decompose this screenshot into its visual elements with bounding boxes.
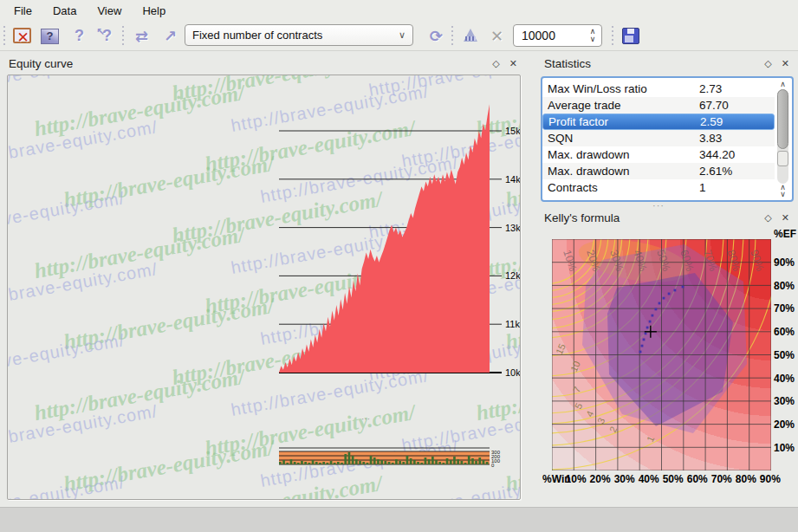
stat-row[interactable]: Contracts1 <box>542 179 775 196</box>
stat-value: 2.73 <box>699 82 722 95</box>
statistics-table: Max Win/Loss ratio2.73Average trade67.70… <box>541 76 794 202</box>
menu-help[interactable]: Help <box>132 1 176 21</box>
svg-text:7: 7 <box>571 385 582 394</box>
menu-file[interactable]: File <box>3 1 42 21</box>
save-icon[interactable] <box>619 24 642 48</box>
pyramid-icon[interactable] <box>459 24 483 48</box>
float-panel-button[interactable]: ◇ <box>492 58 499 69</box>
svg-text:14k0: 14k0 <box>505 174 520 185</box>
stat-row[interactable]: Max. drawdown344.20 <box>542 146 775 163</box>
float-panel-button[interactable]: ◇ <box>764 212 771 224</box>
svg-text:10k0: 10k0 <box>505 367 520 378</box>
kelly-ytick: 10% <box>774 442 795 454</box>
stat-row[interactable]: Average trade67.70 <box>542 97 775 114</box>
close-panel-button[interactable]: ✕ <box>509 58 517 69</box>
close-panel-button[interactable]: ✕ <box>782 58 789 69</box>
stat-value: 1 <box>699 181 706 194</box>
scrollbar-piece <box>777 151 788 166</box>
kelly-ytick: 70% <box>774 302 795 315</box>
kelly-bottom-axis: %Win10%20%30%40%50%60%70%80%90% <box>542 473 784 485</box>
kelly-ylabel: %EF <box>774 228 796 240</box>
close-panel-button[interactable]: ✕ <box>782 212 789 224</box>
kelly-xtick: 30% <box>614 473 635 485</box>
svg-text:4: 4 <box>584 409 595 418</box>
stat-row[interactable]: Max. drawdown2.61% <box>542 163 775 179</box>
kelly-panel-header: Kelly's formula ◇ ✕ <box>537 206 798 229</box>
stat-value: 67.70 <box>699 99 729 112</box>
kelly-ytick: 40% <box>774 373 795 385</box>
kelly-ytick: 30% <box>774 395 795 407</box>
close-equity-icon[interactable]: ✕ <box>10 24 34 48</box>
spin-down-icon[interactable]: ∨ <box>590 36 596 43</box>
toolbar: Fixed number of contracts ∨ 10000 ∧ ∨ ✕?… <box>0 22 798 51</box>
panel-title: Equity curve <box>2 57 73 70</box>
svg-text:11k0: 11k0 <box>505 319 520 329</box>
float-panel-button[interactable]: ◇ <box>764 58 771 69</box>
position-sizing-value: Fixed number of contracts <box>192 29 322 42</box>
statistics-panel-header: Statistics ◇ ✕ <box>537 52 798 75</box>
statusbar <box>0 507 798 532</box>
kelly-xtick: 10% <box>566 473 587 485</box>
stat-label: Max. drawdown <box>542 165 630 178</box>
equity-chart: 10k011k012k013k014k015k03002001000··· <box>8 75 520 499</box>
scroll-down-icon[interactable]: ∨ <box>780 191 786 198</box>
scrollbar-thumb[interactable] <box>777 89 788 149</box>
svg-text:5: 5 <box>573 401 584 411</box>
kelly-xtick: 70% <box>711 473 732 485</box>
help-icon[interactable]: ? <box>68 24 91 48</box>
equity-curve-panel: Equity curve ◇ ✕ http://brave-equity.com… <box>2 52 526 505</box>
kelly-xtick: 90% <box>760 473 781 485</box>
kelly-xtick: 40% <box>639 473 659 485</box>
kelly-ytick: 80% <box>774 280 795 292</box>
menubar: FileDataViewHelp <box>0 0 798 22</box>
position-sizing-select[interactable]: Fixed number of contracts ∨ <box>185 24 413 46</box>
refresh-icon[interactable]: ⟳ <box>425 24 448 48</box>
swap-arrows-icon[interactable]: ⇄ <box>130 24 153 48</box>
equity-chart-area: http://brave-equity.com/http://brave-equ… <box>7 75 521 500</box>
stat-row[interactable]: SQN3.83 <box>542 130 775 146</box>
svg-text:2: 2 <box>607 425 619 434</box>
kelly-xtick: 60% <box>687 473 708 485</box>
svg-text:···: ··· <box>361 414 370 424</box>
scroll-up-icon[interactable]: ∧ <box>780 80 786 88</box>
chevron-down-icon: ∨ <box>399 29 405 41</box>
whats-this-icon[interactable]: ?↖ <box>95 24 119 48</box>
kelly-ytick: 60% <box>774 326 795 338</box>
svg-text:10%: 10% <box>561 249 579 273</box>
panel-title: Statistics <box>537 57 591 70</box>
toolbar-separator <box>612 26 613 47</box>
kelly-heatmap: 10%20%30%40%50%60%70%80%90%1510754321 <box>552 239 771 470</box>
kelly-xtick: 50% <box>663 473 684 485</box>
panel-title: Kelly's formula <box>537 211 620 224</box>
chart-help-icon[interactable]: ? <box>38 24 62 48</box>
stat-label: SQN <box>542 132 573 145</box>
stat-value: 2.61% <box>699 165 732 178</box>
stat-label: Contracts <box>542 181 598 194</box>
kelly-chart: 10%20%30%40%50%60%70%80%90%1510754321 <box>552 239 771 470</box>
kelly-ytick: 90% <box>774 256 795 269</box>
stat-row[interactable]: Max Win/Loss ratio2.73 <box>542 81 775 97</box>
stat-row[interactable]: Profit factor2.59 <box>542 114 775 130</box>
iterations-value: 10000 <box>514 29 584 42</box>
svg-text:13k0: 13k0 <box>505 223 520 233</box>
stat-value: 3.83 <box>699 132 722 145</box>
scrollbar-track[interactable] <box>777 89 788 184</box>
toolbar-separator <box>3 26 5 47</box>
iterations-spinbox[interactable]: 10000 ∧ ∨ <box>513 24 602 47</box>
menu-data[interactable]: Data <box>42 1 87 21</box>
menu-view[interactable]: View <box>87 1 132 21</box>
statistics-scrollbar[interactable]: ∧ ∧ ∨ <box>776 80 789 198</box>
statistics-panel: Statistics ◇ ✕ Max Win/Loss ratio2.73Ave… <box>537 52 798 204</box>
kelly-ytick: 50% <box>774 349 795 361</box>
clear-icon[interactable]: ✕ <box>485 24 509 48</box>
stat-label: Average trade <box>542 99 621 112</box>
stat-label: Max. drawdown <box>542 148 630 161</box>
up-right-arrow-icon[interactable]: ↗ <box>159 24 182 48</box>
stat-value: 344.20 <box>699 148 735 161</box>
equity-area <box>279 104 490 373</box>
svg-text:12k0: 12k0 <box>505 270 520 281</box>
kelly-ytick: 20% <box>774 418 795 431</box>
stat-label: Max Win/Loss ratio <box>542 82 647 95</box>
svg-text:90%: 90% <box>748 249 766 273</box>
kelly-formula-panel: Kelly's formula ◇ ✕ 10%20%30%40%50%60%70… <box>537 206 798 505</box>
